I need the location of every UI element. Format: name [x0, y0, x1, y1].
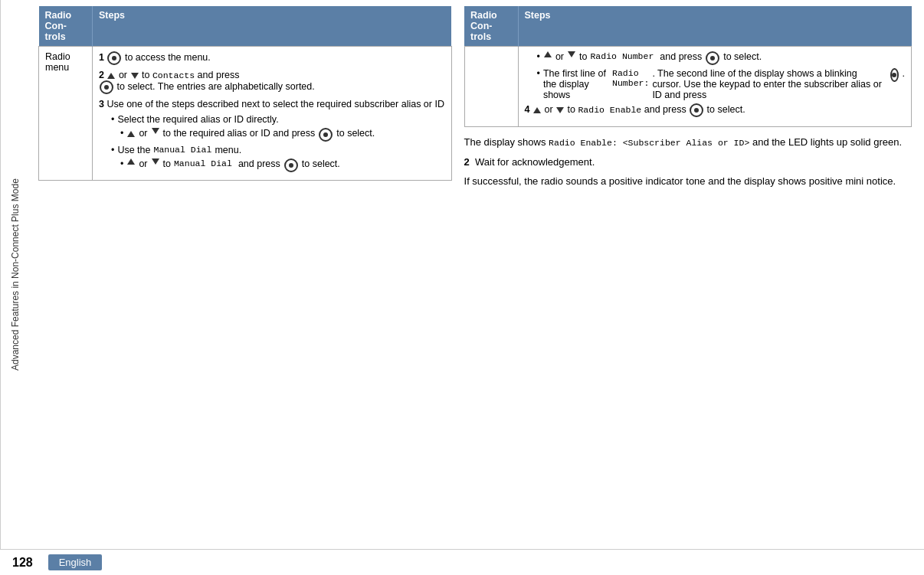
sub-bullet-or-1: or: [139, 128, 147, 142]
right-header-steps: Steps: [518, 6, 911, 47]
step-2-detail: If successful, the radio sounds a positi…: [464, 174, 912, 189]
bullet-to-r1: to: [579, 51, 587, 65]
bullet-dot-2: •: [111, 145, 114, 155]
sidebar-text: Advanced Features in Non-Connect Plus Mo…: [10, 178, 21, 371]
sub-bullet-to-select-2: to select.: [302, 158, 340, 172]
step-2-number: 2: [464, 156, 470, 168]
step-1-text: to access the menu.: [125, 52, 211, 63]
bullet-display-info: • The first line of the display shows Ra…: [537, 68, 905, 100]
sub-bullet-to-select-1: to select.: [336, 128, 375, 142]
step-num-3: 3: [99, 99, 104, 109]
page-number: 128: [12, 556, 33, 570]
arrow-up-icon-r2: [533, 107, 541, 113]
bullet-dot-1: •: [111, 114, 114, 125]
radio-enable-mono: Radio Enable: [578, 105, 641, 115]
step-2-rest: to select. The entries are alpha­betical…: [116, 81, 314, 92]
sub-bullet-to-required: to the required alias or ID and press: [163, 128, 316, 142]
menu-button-icon-r2: [890, 68, 899, 82]
menu-button-icon-2: [100, 80, 113, 94]
step-num-4: 4: [525, 104, 530, 115]
step-2-to: to: [142, 70, 152, 80]
bullet-dot-r2: •: [537, 68, 540, 100]
bullet-use: Use the: [117, 145, 150, 155]
control-label: Radio menu: [39, 47, 93, 181]
menu-button-icon-3: [319, 128, 333, 142]
arrow-down-icon-2: [152, 128, 159, 134]
step-2-and-press: and press: [198, 70, 240, 80]
arrow-down-icon-1: [131, 73, 139, 79]
arrow-up-icon-1: [107, 73, 115, 79]
step-4-or: or: [544, 104, 555, 115]
bullet-manual-dial: • Use the Manual Dial menu.: [111, 145, 445, 155]
left-table-container: Radio Con-trols Steps Radio menu 1: [38, 6, 452, 543]
menu-button-icon-r3: [690, 103, 703, 117]
step-1: 1 to access the menu.: [99, 51, 445, 65]
display-shows-line: The display shows Radio Enable: <Subscri…: [464, 135, 912, 150]
step-num-1: 1: [99, 52, 104, 63]
step-num-2: 2: [99, 70, 104, 80]
bullet-to-select-r1: to select.: [723, 51, 762, 65]
bullet-display-end: .: [903, 68, 905, 100]
arrow-down-icon-r2: [556, 107, 564, 113]
bullet-select-directly: • Select the required alias or ID direct…: [111, 114, 445, 125]
step-4-and-press: and press: [644, 104, 689, 115]
step-4-to-select: to select.: [707, 104, 745, 115]
step-2-wait: 2 Wait for acknowledgement.: [464, 155, 912, 170]
bullet-and-press-r1: and press: [660, 51, 702, 65]
step-3: 3 Use one of the steps described next to…: [99, 99, 445, 109]
bullet-display-text-2: . The second line of the display shows a…: [652, 68, 883, 100]
arrow-up-icon-2: [127, 131, 135, 137]
arrow-up-icon-3: [127, 158, 135, 165]
step-3-text: Use one of the steps described next to s…: [106, 99, 444, 109]
right-control-label: [464, 47, 518, 127]
manual-dial-mono: Manual Dial: [153, 145, 211, 155]
bullet-radio-number: • or to Radio Number and press: [537, 51, 905, 65]
main-content: Radio Con-trols Steps Radio menu 1: [29, 0, 924, 549]
left-header-controls: Radio Con-trols: [39, 6, 93, 47]
right-table-row: • or to Radio Number and press: [464, 47, 911, 127]
step-2: 2 or to Contacts and press to select. Th…: [99, 70, 445, 94]
sub-bullet-dot-1: •: [120, 128, 123, 142]
step-2-or: or: [119, 70, 130, 80]
left-header-steps: Steps: [93, 6, 452, 47]
sub-bullet-to-manual: to: [163, 158, 171, 172]
radio-number-colon-mono: Radio Number:: [612, 68, 649, 100]
step-4-to: to: [568, 104, 578, 115]
sub-bullet-dot-2: •: [120, 158, 123, 172]
right-table: Radio Con-trols Steps •: [464, 6, 912, 127]
menu-button-icon-4: [284, 158, 298, 172]
menu-button-icon-r1: [706, 51, 719, 65]
table-row: Radio menu 1 to access the menu.: [39, 47, 452, 181]
radio-number-mono: Radio Number: [590, 51, 654, 65]
left-table: Radio Con-trols Steps Radio menu 1: [38, 6, 452, 181]
arrow-up-icon-r1: [544, 51, 552, 57]
footer: 128 English: [0, 549, 924, 575]
bullet-display-text-1: The first line of the display shows: [543, 68, 609, 100]
sub-bullet-or-2: or: [139, 158, 147, 172]
sub-bullet-and-press-2: and press: [238, 158, 280, 172]
right-steps-cell: • or to Radio Number and press: [518, 47, 911, 127]
two-columns: Radio Con-trols Steps Radio menu 1: [38, 6, 912, 543]
language-badge: English: [48, 554, 103, 570]
arrow-down-icon-3: [152, 158, 159, 165]
steps-cell: 1 to access the menu. 2 or: [93, 47, 452, 181]
right-table-container: Radio Con-trols Steps •: [464, 6, 912, 543]
bullet-or-r1: or: [555, 51, 564, 65]
step-2-mono: Contacts: [152, 70, 195, 80]
sub-bullet-manual-dial: • or to Manual Dial and press: [120, 158, 445, 172]
sub-bullet-arrow-required: • or to the required alias or ID and pre…: [120, 128, 445, 142]
right-header-controls: Radio Con-trols: [464, 6, 518, 47]
arrow-down-icon-r1: [568, 51, 575, 57]
sidebar-label: Advanced Features in Non-Connect Plus Mo…: [0, 0, 29, 549]
sub-bullet-arrow-icon-up-1: [126, 128, 136, 142]
bullet-select-directly-text: Select the required alias or ID directly…: [117, 114, 278, 125]
step-4: 4 or to Radio Enable and press to select…: [525, 103, 905, 117]
below-tables: The display shows Radio Enable: <Subscri…: [464, 135, 912, 189]
manual-dial-mono-2: Manual Dial: [174, 158, 232, 172]
bullet-menu-text: menu.: [215, 145, 241, 155]
radio-enable-full-mono: Radio Enable: <Subscriber Alias or ID>: [549, 138, 749, 148]
bullet-dot-r1: •: [537, 51, 540, 65]
menu-button-icon-1: [107, 51, 121, 65]
